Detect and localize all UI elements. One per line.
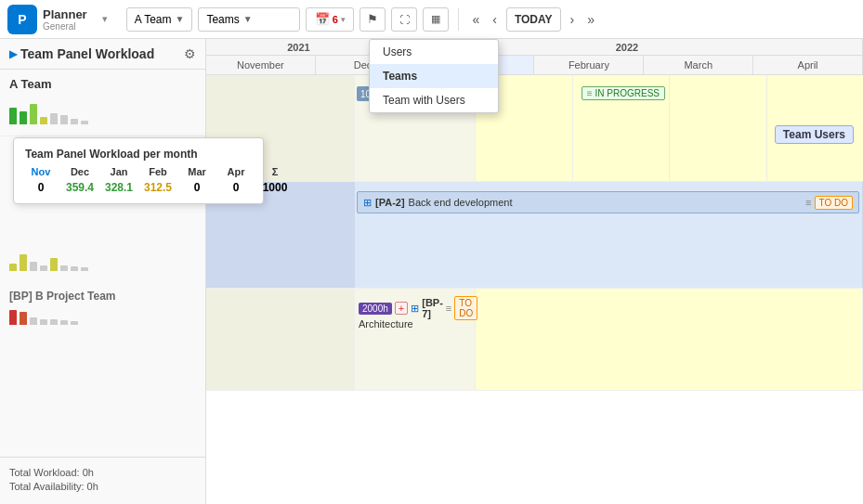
gantt-cell-nov-3	[206, 289, 355, 390]
panel-title-text: Team Panel Workload	[20, 46, 154, 61]
arch-task-inline: 2000h + ⊞ [BP-7] ≡ TO DO	[359, 296, 477, 320]
task-icon-backend: ⊞	[363, 197, 372, 209]
app-subtitle: General	[43, 21, 87, 32]
popup-value-feb: 312.5	[142, 181, 174, 194]
panel-title: ▶ Team Panel Workload	[9, 46, 154, 61]
hamburger-icon-3: ≡	[446, 303, 451, 314]
calendar-button[interactable]: 📅 6 ▾	[306, 7, 354, 32]
calendar-icon: 📅	[315, 12, 330, 26]
month-february: February	[534, 56, 644, 74]
team-selector-dropdown[interactable]: A Team ▼	[126, 7, 193, 32]
task-icon-arch: ⊞	[411, 303, 419, 315]
a-team-lower-bars	[0, 243, 205, 282]
gantt-cell-dec-3: 2000h + ⊞ [BP-7] ≡ TO DO Architecture	[355, 289, 476, 390]
bar	[9, 310, 17, 325]
popup-month-feb: Feb	[142, 166, 174, 177]
todo-badge-1: TO DO	[815, 196, 853, 210]
month-march: March	[644, 56, 753, 74]
bar	[30, 317, 37, 325]
total-workload: Total Workload: 0h	[9, 467, 196, 478]
left-panel-footer: Total Workload: 0h Total Availability: 0…	[0, 457, 205, 504]
bar	[20, 312, 27, 325]
expand-icon: ⛶	[399, 14, 410, 25]
bar	[50, 319, 58, 325]
in-progress-badge: ≡ IN PROGRESS	[582, 86, 665, 100]
grid-button[interactable]: ▦	[423, 7, 449, 32]
popup-title: Team Panel Workload per month	[25, 148, 206, 161]
view-selector-label: Teams	[206, 13, 239, 26]
a-team-section: A Team	[0, 70, 205, 136]
bar	[71, 266, 78, 271]
popup-months-row: NovDecJanFebMarAprΣ	[25, 166, 206, 177]
bar	[71, 321, 78, 325]
gantt-header: 2021 2022 November Dece... February Marc…	[206, 39, 863, 75]
bar	[81, 267, 88, 271]
nav-prev-button[interactable]: ‹	[489, 10, 501, 29]
view-selector-dropdown[interactable]: Teams ▼	[198, 7, 300, 32]
grid-icon: ▦	[431, 13, 440, 25]
pa2-code: [PA-2]	[375, 197, 405, 208]
year-row: 2021 2022	[206, 39, 863, 56]
gantt-row-backend: ⊞ [PA-2] Back end development ≡ TO DO	[206, 182, 863, 289]
b-team-name: [BP] B Project Team	[9, 290, 196, 303]
month-november: November	[206, 56, 316, 74]
gear-icon[interactable]: ⚙	[184, 46, 196, 61]
app-icon: P	[7, 5, 37, 34]
nav-next-button[interactable]: ›	[567, 10, 579, 29]
left-panel: ▶ Team Panel Workload ⚙ A Team Team Pane…	[0, 39, 206, 504]
bar	[9, 108, 17, 124]
bar	[50, 113, 58, 124]
popup-value-mar: 0	[181, 181, 206, 194]
workload-popup: Team Panel Workload per month NovDecJanF…	[13, 137, 206, 204]
view-selector-arrow: ▼	[243, 14, 253, 24]
left-panel-header: ▶ Team Panel Workload ⚙	[0, 39, 205, 70]
popup-value-jan: 328.1	[103, 181, 135, 194]
toolbar-separator	[458, 8, 459, 31]
gantt-cell-feb-1: ≡ IN PROGRESS	[573, 75, 671, 181]
gantt-cell-rest-3	[476, 289, 863, 390]
nav-last-button[interactable]: »	[583, 10, 598, 29]
calendar-arrow: ▾	[341, 15, 346, 24]
dropdown-arrow-app[interactable]: ▾	[102, 13, 108, 25]
app-name: Planner	[43, 7, 87, 21]
bar	[30, 262, 37, 271]
expand-button[interactable]: ⛶	[391, 7, 417, 32]
dropdown-item-teams[interactable]: Teams	[370, 64, 498, 88]
todo-badge-2: TO DO	[454, 296, 477, 320]
today-button[interactable]: TODAY	[506, 7, 561, 32]
bar	[50, 258, 58, 271]
gantt-row-arch: 2000h + ⊞ [BP-7] ≡ TO DO Architecture	[206, 289, 863, 391]
hamburger-icon-1: ≡	[587, 88, 593, 98]
popup-month-nov: Nov	[25, 166, 57, 177]
hamburger-icon-2: ≡	[805, 197, 811, 208]
year-2021: 2021	[206, 39, 392, 55]
bar	[20, 254, 27, 271]
bar	[60, 115, 68, 124]
right-gantt-panel: 2021 2022 November Dece... February Marc…	[206, 39, 863, 504]
flag-icon: ⚑	[367, 12, 378, 26]
gantt-body: 1000h ≡ ≡ IN PROGRESS	[206, 75, 863, 504]
dropdown-item-team-with-users[interactable]: Team with Users	[370, 88, 498, 112]
pa2-name: Back end development	[409, 197, 513, 208]
bar	[9, 264, 17, 271]
bar	[20, 111, 27, 124]
dropdown-item-users[interactable]: Users	[370, 40, 498, 64]
bar	[40, 265, 47, 271]
view-dropdown-menu: Users Teams Team with Users	[369, 39, 499, 113]
bar	[40, 319, 47, 325]
nav-first-button[interactable]: «	[468, 10, 483, 29]
total-availability: Total Availability: 0h	[9, 481, 196, 492]
arch-workload-badge: 2000h	[359, 303, 392, 315]
bar	[40, 117, 47, 124]
gantt-cell-mar-1	[670, 75, 767, 181]
gantt-row-a-team: 1000h ≡ ≡ IN PROGRESS	[206, 75, 863, 182]
bar	[81, 121, 88, 124]
popup-value-dec: 359.4	[64, 181, 96, 194]
expand-arrow-icon[interactable]: ▶	[9, 48, 17, 60]
bar	[71, 119, 78, 124]
a-team-name: A Team	[9, 77, 196, 91]
b-team-section: [BP] B Project Team	[0, 282, 205, 336]
flag-button[interactable]: ⚑	[360, 7, 386, 32]
bar	[30, 104, 37, 124]
toolbar: P Planner General ▾ A Team ▼ Teams ▼ 📅 6…	[0, 0, 863, 39]
